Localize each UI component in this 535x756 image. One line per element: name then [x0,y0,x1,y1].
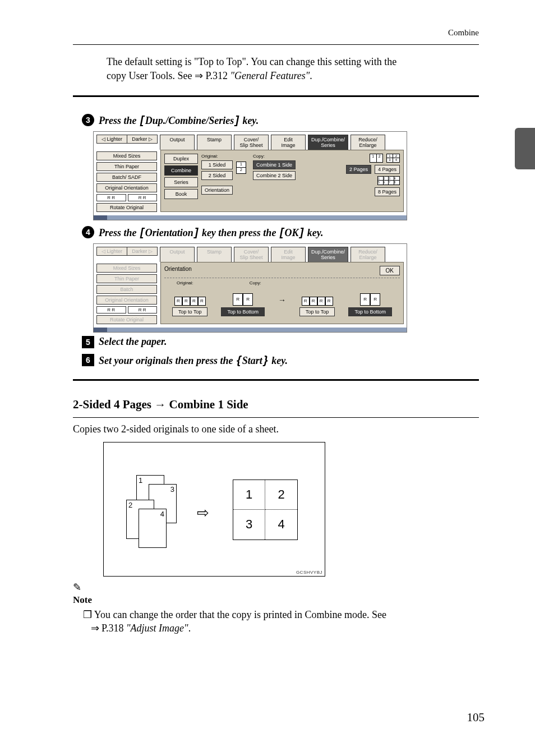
copy-ttt[interactable]: Top to Top [299,307,335,316]
bracket-open-4b: [ [279,226,285,238]
sheet-4: 4 [160,510,164,518]
step-6: 6 Set your originals then press the {Sta… [82,354,479,367]
section-title: 2-Sided 4 Pages → Combine 1 Side [73,398,479,412]
s6-prefix: Set your originals then press the [99,355,236,366]
mi1b[interactable]: R R [96,306,126,314]
note-text: ❒ You can change the order that the copy… [83,608,479,636]
s4-mid: key then press the [202,227,279,238]
tab-stamp-2[interactable]: Stamp [197,247,232,262]
darker-button-2[interactable]: Darker ▷ [127,247,158,256]
rotate-original[interactable]: Rotate Original [96,203,157,212]
tab-editimage-2[interactable]: Edit Image [271,247,306,262]
right-panel-1: Duplex Combine Series Book Original: 1 S… [160,150,404,212]
lighter-label: Lighter [107,136,122,142]
pages-2[interactable]: 2 Pages [346,165,371,174]
batch-sadf[interactable]: Batch/ SADF [96,173,157,182]
bracket-open-6: { [236,354,242,366]
batch-2[interactable]: Batch [96,285,157,294]
intro-arrow: ⇒ [195,70,206,81]
tab-editimage[interactable]: Edit Image [271,135,306,150]
lighter-button-2[interactable]: ◁ Lighter [96,247,127,256]
combine-1-side[interactable]: Combine 1 Side [253,160,296,169]
step-3-icon: 3 [82,114,94,126]
copy-label: Copy: [253,154,296,159]
pages-4[interactable]: 4 Pages [375,165,400,174]
s6-bracket: Start [242,355,262,366]
intro-block: The default setting is "Top to Top". You… [107,55,479,83]
tab-output-2[interactable]: Output [160,247,195,262]
bracket-close-4b: ] [299,226,305,238]
mi2[interactable]: R R [128,194,158,201]
tab-cover[interactable]: Cover/ Slip Sheet [234,135,269,150]
darker-label: Darker [132,136,147,142]
bracket-close-4a: ] [193,226,200,238]
mi2b[interactable]: R R [128,306,158,314]
s4-suffix: key. [307,227,324,238]
s6-suffix: key. [269,355,288,366]
combine-diagram: 1 3 2 4 ⇨ 1 2 3 4 GCSHVYBJ [103,442,325,577]
pages-8[interactable]: 8 Pages [375,187,400,196]
copy-ttb[interactable]: Top to Bottom [348,307,392,316]
two-sided[interactable]: 2 Sided [201,171,233,180]
tab-output[interactable]: Output [160,135,195,150]
tab-stamp[interactable]: Stamp [197,135,232,150]
orientation-title: Orientation [164,266,192,275]
rotate-original-2[interactable]: Rotate Original [96,315,157,324]
shot1-footer [94,215,407,220]
thin-paper[interactable]: Thin Paper [96,162,157,171]
one-sided[interactable]: 1 Sided [201,160,233,169]
divider-heavy [73,95,479,97]
original-label: Original: [201,154,233,159]
lighter-button[interactable]: ◁ Lighter [96,135,127,144]
orig-orient-2[interactable]: Original Orientation [96,296,157,305]
mi1[interactable]: R R [96,194,126,201]
note-period: . [188,623,191,634]
orig-ttt[interactable]: Top to Top [172,307,207,316]
tab-dup-combine[interactable]: Dup./Combine/ Series [308,135,348,150]
duplex-button[interactable]: Duplex [164,154,198,164]
tab-reduce[interactable]: Reduce/ Enlarge [350,135,385,150]
note-link: P.318 [102,623,126,634]
combine-button[interactable]: Combine [164,165,198,176]
thin-paper-2[interactable]: Thin Paper [96,274,157,283]
s3-prefix: Press the [99,115,139,126]
screenshot-2: ◁ Lighter Darker ▷ Output Stamp Cover/ S… [93,243,407,333]
series-button[interactable]: Series [164,177,198,187]
right-panel-2: Orientation OK Original: Copy: RRRR Top … [160,262,404,324]
diagram-code: GCSHVYBJ [296,570,322,575]
grid-4: 4 [265,510,297,540]
left-column-2: Mixed Sizes Thin Paper Batch Original Or… [96,262,157,324]
tab-reduce-2[interactable]: Reduce/ Enlarge [350,247,385,262]
combine-2-side[interactable]: Combine 2 Side [253,171,296,180]
step-6-icon: 6 [82,354,94,366]
ok-button[interactable]: OK [380,266,400,275]
orig-label-2: Original: [177,280,193,285]
step-5-text: Select the paper. [99,336,167,348]
diagram-arrow-icon: ⇨ [197,504,209,522]
mixed-sizes[interactable]: Mixed Sizes [96,151,157,160]
result-grid: 1 2 3 4 [233,480,298,540]
left-column: Mixed Sizes Thin Paper Batch/ SADF Origi… [96,150,157,212]
copy-label-2: Copy: [250,280,261,285]
tab-dup-2[interactable]: Dup./Combine/ Series [308,247,348,262]
step-6-label: Set your originals then press the {Start… [99,354,288,367]
darker-button[interactable]: Darker ▷ [127,135,158,144]
step-3: 3 Press the [Dup./Combine/Series] key. [82,114,479,127]
bracket-close: ] [234,114,240,126]
page-tab-marker [515,128,535,169]
sheet-1: 1 [139,476,142,485]
step-4: 4 Press the [Orientation] key then press… [82,226,479,239]
tab-cover-2[interactable]: Cover/ Slip Sheet [234,247,269,262]
bracket-open: [ [139,114,145,126]
section-desc: Copies two 2-sided originals to one side… [73,423,479,435]
intro-line2a: copy User Tools. See [107,70,195,81]
sheet-3: 3 [170,485,174,494]
note-arrow: ⇒ [91,623,99,634]
arrow-icon: → [278,296,286,314]
orientation-button[interactable]: Orientation [201,186,233,195]
orig-orient[interactable]: Original Orientation [96,183,157,192]
orig-ttb[interactable]: Top to Bottom [221,307,265,316]
mixed-sizes-2[interactable]: Mixed Sizes [96,264,157,273]
page-body: Combine The default setting is "Top to T… [0,0,535,661]
book-button[interactable]: Book [164,189,198,199]
